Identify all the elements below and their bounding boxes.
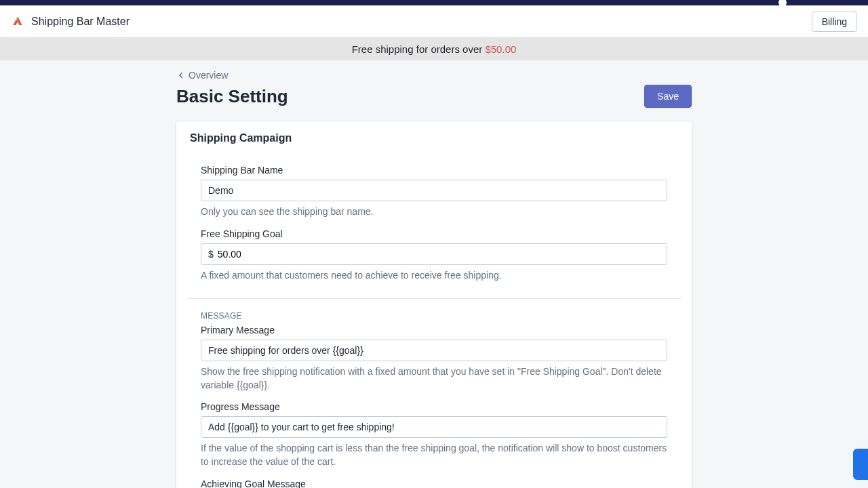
field-shipping-bar-name: Shipping Bar Name Only you can see the s… — [201, 165, 667, 219]
section-divider — [187, 298, 681, 299]
page-head: Basic Setting Save — [176, 85, 692, 108]
input-primary-message[interactable] — [201, 340, 667, 361]
page-title: Basic Setting — [176, 86, 288, 107]
browser-chrome-bar — [0, 0, 868, 5]
shipping-banner: Free shipping for orders over $50.00 — [0, 38, 868, 60]
help-progress-message: If the value of the shopping cart is les… — [201, 442, 667, 468]
billing-button[interactable]: Billing — [812, 12, 857, 32]
label-primary-message: Primary Message — [201, 325, 667, 336]
app-title: Shipping Bar Master — [31, 16, 130, 28]
input-wrapper-goal: $ — [201, 243, 667, 265]
field-achieving-message: Achieving Goal Message Show notification… — [201, 479, 667, 488]
page-content: Overview Basic Setting Save Shipping Cam… — [176, 60, 692, 488]
shipping-campaign-card: Shipping Campaign Shipping Bar Name Only… — [176, 121, 692, 488]
label-achieving-message: Achieving Goal Message — [201, 479, 667, 488]
input-progress-message[interactable] — [201, 416, 667, 438]
label-progress-message: Progress Message — [201, 401, 667, 412]
card-title: Shipping Campaign — [176, 121, 692, 150]
banner-price: $50.00 — [485, 43, 516, 55]
card-body: Shipping Bar Name Only you can see the s… — [176, 150, 692, 488]
chat-widget-icon[interactable] — [853, 449, 868, 480]
field-primary-message: Primary Message Show the free shipping n… — [201, 325, 667, 392]
help-free-shipping-goal: A fixed amount that customers need to ac… — [201, 269, 667, 283]
input-shipping-bar-name[interactable] — [201, 180, 667, 201]
app-header-left: Shipping Bar Master — [11, 15, 130, 28]
banner-text: Free shipping for orders over — [352, 43, 486, 55]
breadcrumb-label: Overview — [189, 70, 228, 81]
app-logo-icon — [11, 15, 24, 28]
field-progress-message: Progress Message If the value of the sho… — [201, 401, 667, 468]
help-shipping-bar-name: Only you can see the shipping bar name. — [201, 205, 667, 219]
label-free-shipping-goal: Free Shipping Goal — [201, 228, 667, 239]
label-shipping-bar-name: Shipping Bar Name — [201, 165, 667, 176]
currency-prefix: $ — [201, 244, 216, 264]
input-free-shipping-goal[interactable] — [216, 244, 667, 264]
app-header: Shipping Bar Master Billing — [0, 5, 868, 38]
field-free-shipping-goal: Free Shipping Goal $ A fixed amount that… — [201, 228, 667, 283]
section-heading-message: MESSAGE — [201, 311, 667, 321]
save-button[interactable]: Save — [644, 85, 692, 108]
chevron-left-icon — [176, 70, 186, 80]
breadcrumb-overview[interactable]: Overview — [176, 70, 228, 81]
help-primary-message: Show the free shipping notification with… — [201, 365, 667, 392]
